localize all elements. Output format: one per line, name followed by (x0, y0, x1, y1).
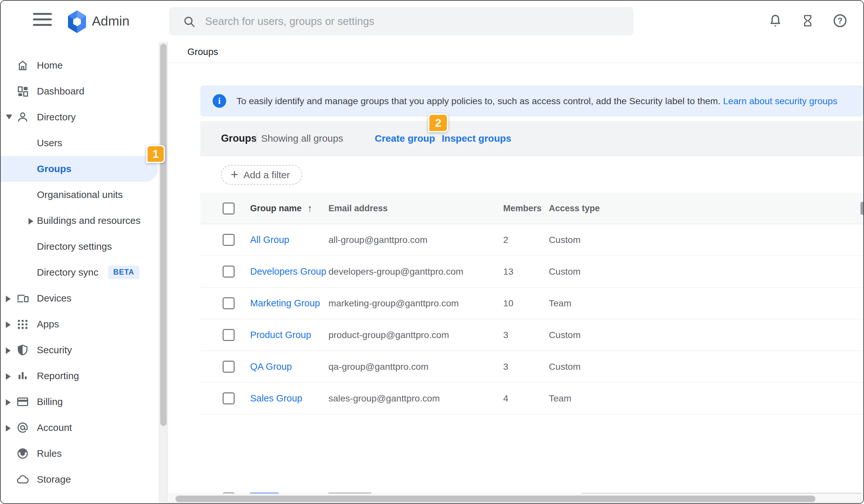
group-members: 2 (503, 235, 549, 245)
search-icon (182, 15, 196, 28)
sidebar-item-reporting[interactable]: Reporting (1, 363, 158, 389)
table-row: Product Group product-group@ganttpro.com… (200, 319, 863, 351)
credit-card-icon (16, 395, 29, 408)
shield-icon (16, 344, 29, 357)
expand-caret-icon (6, 373, 11, 380)
sort-ascending-icon: ↑ (308, 203, 312, 214)
row-checkbox[interactable] (223, 266, 235, 278)
sidebar-item-users[interactable]: Users (1, 130, 158, 156)
group-access-type: Custom (549, 329, 863, 340)
sidebar-scrollbar-track (159, 42, 168, 503)
table-row: QA Group qa-group@ganttpro.com 3 Custom (200, 351, 863, 383)
collapse-caret-icon (6, 115, 12, 119)
group-name-link[interactable]: Sales Group (250, 393, 328, 404)
cloud-icon (16, 473, 29, 486)
sidebar-item-directory[interactable]: Directory (1, 104, 158, 130)
table-header-row: Group name ↑ Email address Members Acces… (200, 193, 863, 224)
dashboard-icon (16, 85, 29, 98)
wheel-icon (16, 447, 29, 460)
row-checkbox[interactable] (223, 329, 235, 341)
tasks-hourglass-icon[interactable] (800, 12, 815, 29)
group-email: sales-group@ganttpro.com (328, 393, 503, 404)
group-name-link[interactable]: Marketing Group (250, 298, 328, 309)
expand-caret-icon (6, 347, 11, 354)
panel-title: Groups (221, 133, 256, 144)
group-name-link[interactable]: QA Group (250, 361, 328, 372)
add-filter-button[interactable]: + Add a filter (221, 165, 302, 185)
group-members: 3 (503, 329, 549, 340)
sidebar-item-apps[interactable]: Apps (1, 311, 158, 337)
sidebar-item-home[interactable]: Home (1, 52, 158, 78)
vertical-scrollbar-thumb[interactable] (861, 202, 863, 215)
expand-caret-icon (6, 399, 11, 406)
inspect-groups-link[interactable]: Inspect groups (442, 133, 511, 144)
info-icon: i (213, 94, 226, 108)
expand-caret-icon (6, 296, 11, 302)
sidebar-scrollbar-thumb[interactable] (160, 44, 167, 426)
expand-caret-icon (28, 218, 33, 225)
row-checkbox[interactable] (223, 297, 235, 309)
group-access-type: Team (549, 393, 863, 404)
group-name-link[interactable]: Product Group (250, 329, 328, 340)
banner-text: To easily identify and manage groups tha… (237, 96, 838, 106)
home-icon (16, 59, 29, 72)
sidebar-item-devices[interactable]: Devices (1, 285, 158, 311)
sidebar-item-groups[interactable]: Groups (1, 156, 158, 182)
learn-about-security-groups-link[interactable]: Learn about security groups (723, 96, 837, 106)
create-group-link[interactable]: Create group (375, 133, 435, 144)
group-email: developers-group@ganttpro.com (328, 266, 503, 277)
sidebar-item-buildings-resources[interactable]: Buildings and resources (1, 208, 158, 233)
title-divider (256, 133, 256, 145)
apps-grid-icon (16, 318, 29, 331)
group-members: 10 (503, 298, 549, 309)
column-header-group-name[interactable]: Group name ↑ (250, 203, 328, 214)
groups-table: Group name ↑ Email address Members Acces… (200, 193, 863, 415)
groups-panel-header: Groups Showing all groups Create group I… (200, 121, 863, 156)
table-row: Developers Group developers-group@ganttp… (200, 256, 863, 288)
app-title: Admin (92, 14, 130, 29)
search-input[interactable] (205, 7, 619, 36)
help-icon[interactable]: ? (832, 12, 848, 29)
menu-hamburger-icon[interactable] (33, 13, 53, 30)
notifications-bell-icon[interactable] (768, 12, 783, 29)
horizontal-scrollbar-thumb[interactable] (176, 495, 815, 502)
annotation-marker-1: 1 (146, 145, 165, 163)
search-bar (169, 7, 634, 36)
group-access-type: Custom (549, 266, 863, 277)
person-icon (16, 111, 29, 123)
group-access-type: Custom (549, 235, 863, 245)
row-checkbox[interactable] (223, 234, 235, 246)
table-row: Sales Group sales-group@ganttpro.com 4 T… (200, 383, 863, 415)
sidebar-item-account[interactable]: Account (1, 415, 158, 441)
sidebar-item-security[interactable]: Security (1, 337, 158, 363)
column-header-members: Members (503, 203, 549, 214)
group-name-link[interactable]: Developers Group (250, 266, 328, 277)
column-header-access-type: Access type (549, 203, 863, 214)
sidebar-item-dashboard[interactable]: Dashboard (1, 78, 158, 104)
group-email: qa-group@ganttpro.com (328, 361, 503, 372)
row-checkbox[interactable] (223, 392, 235, 404)
group-members: 4 (503, 393, 549, 404)
sidebar-item-billing[interactable]: Billing (1, 389, 158, 415)
group-access-type: Team (549, 298, 863, 309)
panel-subtitle: Showing all groups (261, 133, 343, 144)
group-name-link[interactable]: All Group (250, 235, 328, 245)
expand-caret-icon (6, 322, 11, 328)
devices-icon (16, 292, 29, 305)
top-app-bar: Admin ? (1, 1, 863, 42)
sidebar-item-storage[interactable]: Storage (1, 467, 158, 492)
sidebar-item-organisational-units[interactable]: Organisational units (1, 182, 158, 208)
table-row: Marketing Group marketing-group@ganttpro… (200, 288, 863, 319)
bottom-edge-strip (168, 502, 863, 503)
sidebar-item-rules[interactable]: Rules (1, 441, 158, 467)
sidebar-item-directory-settings[interactable]: Directory settings (1, 233, 158, 260)
svg-text:?: ? (838, 16, 842, 25)
annotation-marker-2: 2 (428, 113, 448, 132)
expand-caret-icon (6, 425, 11, 432)
sidebar-item-directory-sync[interactable]: Directory sync BETA (1, 260, 158, 285)
group-members: 3 (503, 361, 549, 372)
select-all-checkbox[interactable] (223, 203, 235, 215)
row-checkbox[interactable] (223, 361, 235, 373)
bar-chart-icon (16, 369, 29, 382)
group-email: marketing-group@ganttpro.com (328, 298, 503, 309)
